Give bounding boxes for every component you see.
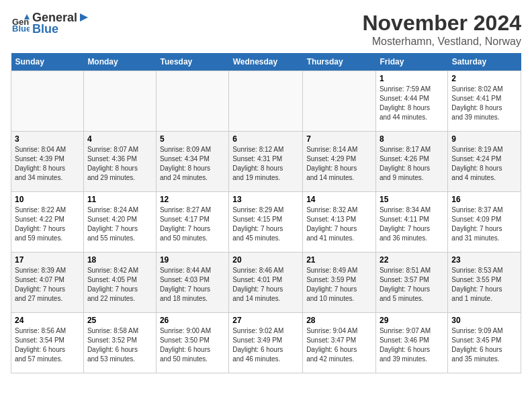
day-info: Sunrise: 8:09 AM Sunset: 4:34 PM Dayligh… <box>160 145 225 183</box>
day-number: 6 <box>232 134 299 144</box>
day-number: 13 <box>232 195 299 204</box>
column-header-sunday: Sunday <box>11 53 84 71</box>
day-info: Sunrise: 9:02 AM Sunset: 3:49 PM Dayligh… <box>232 326 299 364</box>
day-info: Sunrise: 8:22 AM Sunset: 4:22 PM Dayligh… <box>15 205 80 243</box>
calendar-cell: 28Sunrise: 9:04 AM Sunset: 3:47 PM Dayli… <box>303 313 376 373</box>
day-info: Sunrise: 9:04 AM Sunset: 3:47 PM Dayligh… <box>306 326 372 364</box>
column-header-tuesday: Tuesday <box>156 53 228 71</box>
day-info: Sunrise: 8:56 AM Sunset: 3:54 PM Dayligh… <box>15 326 80 364</box>
calendar-week-row: 3Sunrise: 8:04 AM Sunset: 4:39 PM Daylig… <box>11 132 521 192</box>
day-number: 10 <box>15 195 80 204</box>
calendar-header-row: SundayMondayTuesdayWednesdayThursdayFrid… <box>11 53 521 71</box>
calendar-table: SundayMondayTuesdayWednesdayThursdayFrid… <box>11 53 521 373</box>
day-info: Sunrise: 8:27 AM Sunset: 4:17 PM Dayligh… <box>160 205 225 243</box>
main-title: November 2024 <box>362 11 521 36</box>
day-info: Sunrise: 8:24 AM Sunset: 4:20 PM Dayligh… <box>87 205 152 243</box>
day-number: 24 <box>15 316 80 325</box>
day-number: 1 <box>380 74 444 83</box>
svg-text:Blue: Blue <box>12 24 30 33</box>
day-number: 8 <box>380 134 444 144</box>
column-header-wednesday: Wednesday <box>229 53 303 71</box>
day-info: Sunrise: 8:53 AM Sunset: 3:55 PM Dayligh… <box>451 266 517 304</box>
day-number: 3 <box>15 134 80 144</box>
day-number: 7 <box>306 134 372 144</box>
title-area: November 2024 Mosterhamn, Vestland, Norw… <box>362 11 521 48</box>
day-info: Sunrise: 8:14 AM Sunset: 4:29 PM Dayligh… <box>306 145 372 183</box>
calendar-cell: 14Sunrise: 8:32 AM Sunset: 4:13 PM Dayli… <box>303 192 376 253</box>
day-info: Sunrise: 8:42 AM Sunset: 4:05 PM Dayligh… <box>87 266 152 304</box>
day-info: Sunrise: 8:34 AM Sunset: 4:11 PM Dayligh… <box>380 205 444 243</box>
day-info: Sunrise: 8:07 AM Sunset: 4:36 PM Dayligh… <box>87 145 152 183</box>
day-number: 5 <box>160 134 225 144</box>
calendar-cell: 4Sunrise: 8:07 AM Sunset: 4:36 PM Daylig… <box>83 132 156 192</box>
logo-arrow-icon <box>77 12 88 23</box>
day-info: Sunrise: 8:12 AM Sunset: 4:31 PM Dayligh… <box>232 145 299 183</box>
calendar-cell: 9Sunrise: 8:19 AM Sunset: 4:24 PM Daylig… <box>448 132 521 192</box>
calendar-cell: 6Sunrise: 8:12 AM Sunset: 4:31 PM Daylig… <box>229 132 303 192</box>
calendar-week-row: 24Sunrise: 8:56 AM Sunset: 3:54 PM Dayli… <box>11 313 521 373</box>
svg-marker-3 <box>80 13 88 21</box>
column-header-saturday: Saturday <box>448 53 521 71</box>
day-number: 14 <box>306 195 372 204</box>
day-number: 28 <box>306 316 372 325</box>
calendar-week-row: 17Sunrise: 8:39 AM Sunset: 4:07 PM Dayli… <box>11 253 521 313</box>
subtitle: Mosterhamn, Vestland, Norway <box>362 36 521 48</box>
calendar-cell: 12Sunrise: 8:27 AM Sunset: 4:17 PM Dayli… <box>156 192 228 253</box>
day-number: 9 <box>451 134 517 144</box>
day-number: 23 <box>451 255 517 265</box>
day-number: 26 <box>160 316 225 325</box>
calendar-week-row: 1Sunrise: 7:59 AM Sunset: 4:44 PM Daylig… <box>11 71 521 132</box>
calendar-cell <box>303 71 376 132</box>
day-number: 17 <box>15 255 80 265</box>
day-number: 29 <box>380 316 444 325</box>
day-number: 18 <box>87 255 152 265</box>
calendar-cell: 13Sunrise: 8:29 AM Sunset: 4:15 PM Dayli… <box>229 192 303 253</box>
day-info: Sunrise: 8:58 AM Sunset: 3:52 PM Dayligh… <box>87 326 152 364</box>
calendar-cell: 29Sunrise: 9:07 AM Sunset: 3:46 PM Dayli… <box>375 313 447 373</box>
day-number: 20 <box>232 255 299 265</box>
logo-icon: General Blue <box>11 14 30 33</box>
calendar-cell: 18Sunrise: 8:42 AM Sunset: 4:05 PM Dayli… <box>83 253 156 313</box>
calendar-cell: 2Sunrise: 8:02 AM Sunset: 4:41 PM Daylig… <box>448 71 521 132</box>
day-info: Sunrise: 8:29 AM Sunset: 4:15 PM Dayligh… <box>232 205 299 243</box>
calendar-cell: 30Sunrise: 9:09 AM Sunset: 3:45 PM Dayli… <box>448 313 521 373</box>
day-info: Sunrise: 8:04 AM Sunset: 4:39 PM Dayligh… <box>15 145 80 183</box>
calendar-cell: 15Sunrise: 8:34 AM Sunset: 4:11 PM Dayli… <box>375 192 447 253</box>
calendar-cell: 20Sunrise: 8:46 AM Sunset: 4:01 PM Dayli… <box>229 253 303 313</box>
day-number: 19 <box>160 255 225 265</box>
calendar-cell <box>11 71 84 132</box>
day-info: Sunrise: 8:44 AM Sunset: 4:03 PM Dayligh… <box>160 266 225 304</box>
calendar-cell: 1Sunrise: 7:59 AM Sunset: 4:44 PM Daylig… <box>375 71 447 132</box>
calendar-cell: 22Sunrise: 8:51 AM Sunset: 3:57 PM Dayli… <box>375 253 447 313</box>
calendar-cell: 16Sunrise: 8:37 AM Sunset: 4:09 PM Dayli… <box>448 192 521 253</box>
day-info: Sunrise: 8:37 AM Sunset: 4:09 PM Dayligh… <box>451 205 517 243</box>
day-info: Sunrise: 7:59 AM Sunset: 4:44 PM Dayligh… <box>380 85 444 122</box>
day-number: 4 <box>87 134 152 144</box>
day-info: Sunrise: 8:46 AM Sunset: 4:01 PM Dayligh… <box>232 266 299 304</box>
column-header-friday: Friday <box>375 53 447 71</box>
calendar-cell: 26Sunrise: 9:00 AM Sunset: 3:50 PM Dayli… <box>156 313 228 373</box>
calendar-cell: 19Sunrise: 8:44 AM Sunset: 4:03 PM Dayli… <box>156 253 228 313</box>
column-header-thursday: Thursday <box>303 53 376 71</box>
calendar-cell: 23Sunrise: 8:53 AM Sunset: 3:55 PM Dayli… <box>448 253 521 313</box>
day-info: Sunrise: 8:02 AM Sunset: 4:41 PM Dayligh… <box>451 85 517 122</box>
logo: General Blue General Blue <box>11 11 88 36</box>
day-number: 27 <box>232 316 299 325</box>
calendar-cell: 8Sunrise: 8:17 AM Sunset: 4:26 PM Daylig… <box>375 132 447 192</box>
day-number: 21 <box>306 255 372 265</box>
day-info: Sunrise: 8:51 AM Sunset: 3:57 PM Dayligh… <box>380 266 444 304</box>
day-number: 2 <box>451 74 517 83</box>
calendar-cell: 17Sunrise: 8:39 AM Sunset: 4:07 PM Dayli… <box>11 253 84 313</box>
calendar-cell: 25Sunrise: 8:58 AM Sunset: 3:52 PM Dayli… <box>83 313 156 373</box>
calendar-cell: 10Sunrise: 8:22 AM Sunset: 4:22 PM Dayli… <box>11 192 84 253</box>
day-number: 11 <box>87 195 152 204</box>
calendar-cell: 7Sunrise: 8:14 AM Sunset: 4:29 PM Daylig… <box>303 132 376 192</box>
day-info: Sunrise: 8:39 AM Sunset: 4:07 PM Dayligh… <box>15 266 80 304</box>
day-number: 15 <box>380 195 444 204</box>
day-info: Sunrise: 8:17 AM Sunset: 4:26 PM Dayligh… <box>380 145 444 183</box>
calendar-cell <box>156 71 228 132</box>
day-number: 22 <box>380 255 444 265</box>
calendar-week-row: 10Sunrise: 8:22 AM Sunset: 4:22 PM Dayli… <box>11 192 521 253</box>
day-number: 30 <box>451 316 517 325</box>
calendar-cell: 11Sunrise: 8:24 AM Sunset: 4:20 PM Dayli… <box>83 192 156 253</box>
